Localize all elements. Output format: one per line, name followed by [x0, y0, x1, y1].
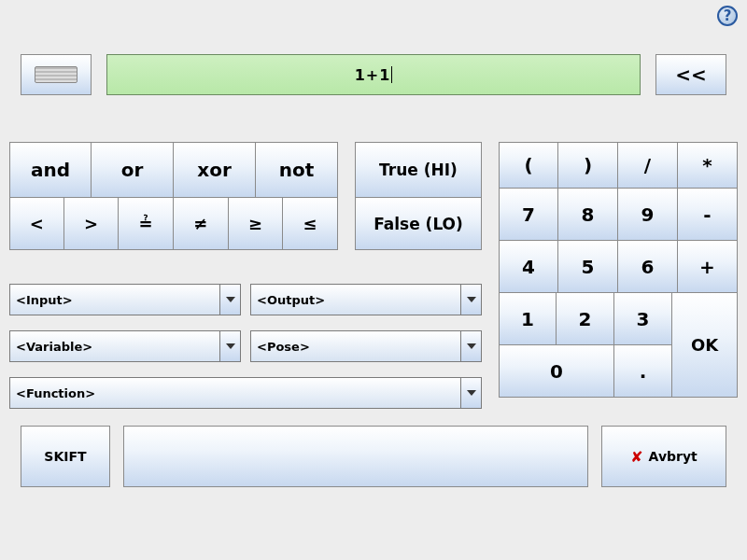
not-button[interactable]: not: [256, 142, 338, 198]
xor-button[interactable]: xor: [174, 142, 256, 198]
less-than-button[interactable]: <: [9, 198, 64, 250]
key-8-button[interactable]: 8: [558, 189, 618, 241]
pose-dropdown-label: <Pose>: [251, 340, 460, 354]
not-equal-button[interactable]: ≠: [174, 198, 229, 250]
output-dropdown[interactable]: <Output>: [250, 284, 482, 315]
key-1-button[interactable]: 1: [499, 293, 557, 345]
cancel-label: Avbryt: [649, 449, 698, 464]
numeric-keypad: ( ) / * 7 8 9 - 4 5 6 + 1 2 3 0 . OK: [499, 142, 738, 398]
variable-dropdown[interactable]: <Variable>: [9, 330, 241, 362]
cancel-x-icon: ✘: [630, 448, 642, 466]
chevron-down-icon: [219, 285, 240, 315]
less-equal-button[interactable]: ≤: [283, 198, 338, 250]
key-9-button[interactable]: 9: [618, 189, 678, 241]
keyboard-icon: [35, 66, 78, 83]
comparison-operators-row: < > ≟ ≠ ≥ ≤: [9, 198, 338, 250]
multiply-button[interactable]: *: [678, 142, 738, 189]
backspace-button[interactable]: <<: [655, 54, 726, 95]
key-5-button[interactable]: 5: [558, 241, 618, 293]
or-button[interactable]: or: [92, 142, 174, 198]
plus-button[interactable]: +: [678, 241, 738, 293]
and-button[interactable]: and: [9, 142, 92, 198]
false-button[interactable]: False (LO): [355, 198, 482, 250]
key-4-button[interactable]: 4: [499, 241, 558, 293]
help-icon[interactable]: ?: [717, 6, 738, 26]
expression-text: 1+1: [355, 66, 391, 84]
ok-button[interactable]: OK: [672, 293, 738, 398]
output-dropdown-label: <Output>: [251, 293, 460, 307]
pose-dropdown[interactable]: <Pose>: [250, 330, 482, 362]
divide-button[interactable]: /: [618, 142, 678, 189]
function-dropdown-label: <Function>: [10, 386, 460, 400]
expression-input[interactable]: 1+1: [106, 54, 641, 95]
shift-button[interactable]: SKIFT: [21, 426, 110, 487]
key-3-button[interactable]: 3: [614, 293, 672, 345]
chevron-down-icon: [460, 331, 481, 361]
chevron-down-icon: [460, 378, 481, 408]
keyboard-toggle-button[interactable]: [21, 54, 92, 95]
input-dropdown[interactable]: <Input>: [9, 284, 241, 315]
minus-button[interactable]: -: [678, 189, 738, 241]
decimal-button[interactable]: .: [614, 345, 672, 398]
chevron-down-icon: [460, 285, 481, 315]
lparen-button[interactable]: (: [499, 142, 558, 189]
greater-than-button[interactable]: >: [64, 198, 120, 250]
text-cursor: [391, 66, 392, 83]
key-2-button[interactable]: 2: [557, 293, 614, 345]
logic-operators-row: and or xor not: [9, 142, 338, 198]
rparen-button[interactable]: ): [558, 142, 618, 189]
chevron-down-icon: [219, 331, 240, 361]
equals-question-button[interactable]: ≟: [119, 198, 174, 250]
greater-equal-button[interactable]: ≥: [229, 198, 284, 250]
key-0-button[interactable]: 0: [499, 345, 614, 398]
key-7-button[interactable]: 7: [499, 189, 558, 241]
input-dropdown-label: <Input>: [10, 293, 219, 307]
function-dropdown[interactable]: <Function>: [9, 377, 482, 409]
true-button[interactable]: True (HI): [355, 142, 482, 198]
cancel-button[interactable]: ✘ Avbryt: [601, 426, 726, 487]
boolean-column: True (HI) False (LO): [355, 142, 482, 250]
variable-dropdown-label: <Variable>: [10, 340, 219, 354]
key-6-button[interactable]: 6: [618, 241, 678, 293]
spacebar-button[interactable]: [123, 426, 588, 487]
